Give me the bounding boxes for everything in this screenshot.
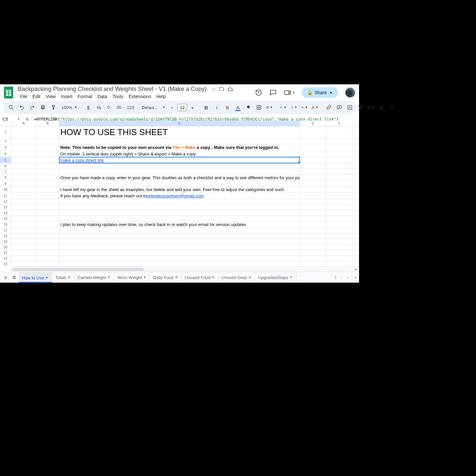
cell[interactable] (300, 261, 326, 266)
cell[interactable] (36, 199, 59, 204)
all-sheets-icon[interactable]: ≡ (13, 274, 16, 281)
cell[interactable] (11, 233, 36, 238)
cell[interactable] (59, 169, 300, 174)
cell[interactable] (300, 216, 326, 221)
row-header[interactable]: 6 (0, 163, 11, 169)
cell[interactable] (59, 250, 300, 255)
row-header[interactable]: 16 (0, 221, 11, 227)
font-size-input[interactable] (177, 104, 187, 111)
number-format-icon[interactable]: 123 (126, 103, 135, 112)
cell[interactable] (352, 157, 359, 163)
cell[interactable] (326, 157, 352, 163)
sheet-tab-carried-weight[interactable]: Carried Weight▼ (74, 272, 114, 283)
cell[interactable] (326, 250, 352, 255)
font-select[interactable]: Defaul…▼ (140, 105, 163, 110)
cell[interactable] (300, 126, 326, 138)
row-header[interactable]: 13 (0, 205, 11, 210)
cell[interactable] (11, 244, 36, 250)
row-header[interactable]: 5 (0, 157, 11, 163)
cell[interactable] (300, 163, 326, 169)
cell[interactable] (11, 163, 36, 169)
rotate-icon[interactable]: A▼ (310, 103, 320, 112)
sheet-tab-how-to-use[interactable]: How to Use▼ (19, 272, 52, 283)
cell[interactable] (36, 157, 59, 163)
move-icon[interactable] (219, 86, 224, 92)
cell[interactable] (300, 205, 326, 210)
cell[interactable] (300, 186, 326, 192)
cell[interactable] (36, 169, 59, 174)
cell[interactable] (59, 239, 300, 244)
cell[interactable] (326, 221, 352, 227)
cell[interactable] (11, 186, 36, 192)
cell[interactable] (11, 175, 36, 181)
row-header[interactable]: 2 (0, 138, 11, 144)
undo-icon[interactable] (17, 103, 26, 112)
functions-icon[interactable]: Σ (377, 103, 386, 112)
menu-edit[interactable]: Edit (31, 93, 42, 100)
insert-chart-icon[interactable] (345, 103, 354, 112)
cell[interactable] (36, 228, 59, 233)
search-icon[interactable] (7, 103, 16, 112)
col-header-a[interactable]: A (11, 121, 36, 126)
percent-icon[interactable]: % (94, 103, 103, 112)
cell[interactable] (352, 250, 359, 255)
cell[interactable] (11, 138, 36, 144)
cell[interactable] (300, 175, 326, 181)
cell[interactable] (36, 216, 59, 221)
cell[interactable] (326, 181, 352, 186)
sheet-tab-upgrades-gaps[interactable]: Upgrades/Gaps▼ (255, 272, 296, 283)
cell[interactable] (326, 244, 352, 250)
cell[interactable] (11, 157, 36, 163)
scroll-arrows[interactable]: ◂▸ (352, 266, 359, 272)
cell[interactable] (352, 181, 359, 186)
col-header-c[interactable]: C (59, 121, 300, 126)
cell[interactable] (326, 175, 352, 181)
tab-menu-icon[interactable]: ▼ (290, 276, 293, 279)
cell[interactable] (352, 199, 359, 204)
row-header[interactable]: 4 (0, 151, 11, 157)
cell[interactable] (36, 186, 59, 192)
share-button[interactable]: 🔒 Share ▼ (302, 87, 338, 98)
wrap-icon[interactable]: ▼ (300, 103, 309, 112)
redo-icon[interactable] (28, 103, 37, 112)
row-header[interactable]: 14 (0, 210, 11, 215)
cell[interactable] (352, 228, 359, 233)
cell[interactable] (326, 186, 352, 192)
cell[interactable] (352, 186, 359, 192)
tabs-scroll-left-icon[interactable]: ‹ (341, 275, 343, 280)
horizontal-scrollbar[interactable] (11, 266, 352, 272)
menu-insert[interactable]: Insert (59, 93, 74, 100)
tab-menu-icon[interactable]: ▼ (45, 276, 48, 279)
paint-format-icon[interactable] (49, 103, 58, 112)
cell[interactable] (352, 261, 359, 266)
cell[interactable] (59, 228, 300, 233)
side-panel-toggle-icon[interactable]: ‹ (352, 272, 359, 283)
cell[interactable] (352, 175, 359, 181)
decrease-decimal-icon[interactable]: .0← (105, 103, 114, 112)
borders-icon[interactable] (254, 103, 264, 112)
cell[interactable] (11, 126, 36, 138)
decrease-font-icon[interactable]: − (167, 103, 177, 112)
cell[interactable] (300, 233, 326, 238)
cell[interactable] (300, 181, 326, 186)
row-header[interactable]: 18 (0, 233, 11, 238)
cell[interactable]: make a copy direct link (59, 157, 300, 163)
cell[interactable]: I plan to keep making updates over time,… (59, 221, 300, 227)
cell[interactable] (59, 233, 300, 238)
cell[interactable] (326, 210, 352, 215)
cell[interactable] (300, 228, 326, 233)
select-all-corner[interactable] (0, 121, 11, 126)
currency-icon[interactable]: $ (84, 103, 93, 112)
cell[interactable] (326, 233, 352, 238)
cell[interactable]: Note: This needs to be copied to your ow… (59, 144, 300, 151)
cell[interactable]: On mobile: 3 vertical dots (upper right)… (59, 151, 300, 157)
cell[interactable] (352, 239, 359, 244)
menu-file[interactable]: File (18, 93, 29, 100)
cell[interactable] (300, 157, 326, 163)
valign-icon[interactable]: ▼ (289, 103, 298, 112)
menu-extensions[interactable]: Extensions (126, 93, 153, 100)
cell[interactable] (352, 163, 359, 169)
cell[interactable]: Once you have made a copy, enter in your… (59, 175, 300, 181)
cell[interactable] (300, 144, 326, 151)
cell[interactable] (326, 193, 352, 199)
